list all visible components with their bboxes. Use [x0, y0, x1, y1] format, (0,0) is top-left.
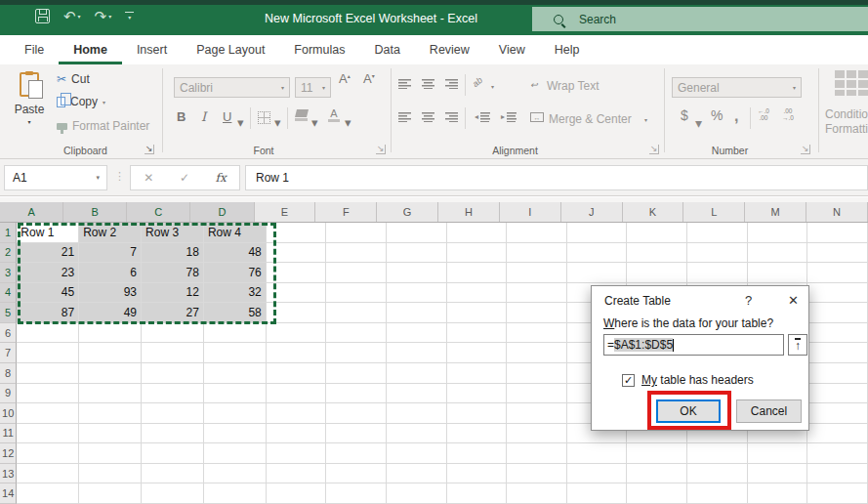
- cell-H1[interactable]: [447, 223, 508, 243]
- cell-M1[interactable]: [748, 223, 808, 243]
- cell-C4[interactable]: 12: [142, 283, 204, 304]
- cell-D4[interactable]: 32: [204, 283, 267, 304]
- cell-M2[interactable]: [748, 243, 808, 264]
- cell-G6[interactable]: [387, 323, 447, 344]
- cell-C10[interactable]: [142, 403, 204, 424]
- cell-H10[interactable]: [447, 403, 508, 424]
- undo-button[interactable]: ↶▾: [63, 9, 81, 23]
- cell-G12[interactable]: [387, 443, 447, 464]
- tab-formulas[interactable]: Formulas: [279, 35, 359, 64]
- cell-E8[interactable]: [267, 363, 327, 384]
- customize-toolbar-button[interactable]: ▾: [125, 12, 134, 21]
- cell-E4[interactable]: [267, 283, 327, 304]
- cell-C9[interactable]: [142, 384, 204, 404]
- font-color-dropdown-icon[interactable]: ▾: [345, 115, 351, 130]
- row-header-2[interactable]: 2: [0, 243, 17, 264]
- cell-E5[interactable]: [267, 303, 327, 323]
- font-name-combo[interactable]: Calibri ▾: [174, 77, 290, 98]
- cell-C8[interactable]: [142, 363, 204, 384]
- row-header-4[interactable]: 4: [0, 283, 17, 304]
- cell-E3[interactable]: [267, 263, 327, 283]
- cell-M12[interactable]: [748, 443, 808, 464]
- insert-function-icon[interactable]: fx: [215, 171, 226, 185]
- cell-I10[interactable]: [507, 403, 567, 424]
- cell-A6[interactable]: [17, 323, 79, 344]
- cell-I13[interactable]: [507, 464, 567, 484]
- cell-F8[interactable]: [326, 363, 387, 384]
- cell-B12[interactable]: [79, 443, 142, 464]
- cell-I11[interactable]: [507, 424, 567, 444]
- redo-button[interactable]: ↷▾: [95, 9, 112, 23]
- cell-B10[interactable]: [79, 403, 142, 424]
- cell-I5[interactable]: [507, 303, 567, 323]
- cell-M14[interactable]: [748, 483, 808, 504]
- cell-D14[interactable]: [204, 483, 267, 504]
- column-header-D[interactable]: D: [190, 202, 254, 222]
- decrease-indent-button[interactable]: ◂: [475, 112, 490, 122]
- cell-A9[interactable]: [17, 384, 79, 404]
- alignment-dialog-launcher-icon[interactable]: ↘: [649, 145, 659, 154]
- cell-B11[interactable]: [79, 424, 142, 444]
- cell-N9[interactable]: [807, 384, 868, 404]
- cell-L1[interactable]: [687, 223, 748, 243]
- font-dialog-launcher-icon[interactable]: ↘: [376, 145, 386, 154]
- cell-H12[interactable]: [447, 443, 508, 464]
- cell-D6[interactable]: [204, 323, 267, 344]
- formula-bar-input[interactable]: Row 1: [245, 165, 868, 190]
- cell-G5[interactable]: [387, 303, 447, 323]
- cell-E13[interactable]: [267, 464, 327, 484]
- row-header-5[interactable]: 5: [0, 303, 17, 323]
- formula-bar-grip-icon[interactable]: ⋮: [114, 170, 125, 183]
- cell-A14[interactable]: [17, 483, 79, 504]
- cell-N4[interactable]: [807, 283, 868, 304]
- cell-I12[interactable]: [507, 443, 567, 464]
- column-header-M[interactable]: M: [745, 202, 806, 222]
- cell-N10[interactable]: [807, 403, 868, 424]
- row-header-13[interactable]: 13: [0, 464, 17, 484]
- cell-N6[interactable]: [807, 323, 868, 344]
- column-header-E[interactable]: E: [255, 202, 316, 222]
- cell-H11[interactable]: [447, 424, 508, 444]
- copy-dropdown-icon[interactable]: ▾: [103, 99, 105, 105]
- cell-A10[interactable]: [17, 403, 79, 424]
- cancel-button[interactable]: Cancel: [736, 399, 802, 423]
- cell-G13[interactable]: [387, 464, 447, 484]
- number-dialog-launcher-icon[interactable]: ↘: [801, 145, 810, 154]
- cell-A5[interactable]: 87: [17, 303, 79, 323]
- cell-F2[interactable]: [326, 243, 387, 264]
- cell-B14[interactable]: [79, 483, 142, 504]
- italic-button[interactable]: I: [201, 109, 206, 124]
- cell-L12[interactable]: [687, 443, 748, 464]
- fill-color-dropdown-icon[interactable]: ▾: [311, 115, 318, 130]
- cell-B3[interactable]: 6: [79, 263, 142, 283]
- tab-data[interactable]: Data: [359, 35, 414, 64]
- cell-N8[interactable]: [807, 363, 868, 384]
- paste-dropdown-icon[interactable]: ▾: [27, 118, 30, 125]
- cell-M3[interactable]: [748, 263, 808, 283]
- cell-N13[interactable]: [807, 464, 868, 484]
- conditional-formatting-button[interactable]: ConditionalFormatting: [825, 107, 868, 137]
- row-header-14[interactable]: 14: [0, 483, 17, 504]
- tab-home[interactable]: Home: [59, 35, 122, 64]
- cell-L3[interactable]: [687, 263, 748, 283]
- cell-C6[interactable]: [142, 323, 204, 344]
- cell-A12[interactable]: [17, 443, 79, 464]
- decrease-decimal-button[interactable]: .00→.0: [782, 107, 794, 121]
- cell-I8[interactable]: [507, 363, 567, 384]
- ok-button[interactable]: OK: [656, 399, 721, 423]
- cell-F9[interactable]: [326, 384, 387, 404]
- cell-E14[interactable]: [267, 483, 327, 504]
- cell-F5[interactable]: [326, 303, 387, 323]
- tab-help[interactable]: Help: [540, 35, 595, 64]
- cell-K2[interactable]: [627, 243, 687, 264]
- cell-N1[interactable]: [807, 223, 868, 243]
- cell-G2[interactable]: [387, 243, 447, 264]
- row-header-1[interactable]: 1: [0, 223, 17, 243]
- orientation-icon[interactable]: ab: [471, 75, 484, 89]
- cell-D8[interactable]: [204, 363, 267, 384]
- column-header-H[interactable]: H: [438, 202, 500, 222]
- cell-B2[interactable]: 7: [79, 243, 142, 264]
- cell-D2[interactable]: 48: [204, 243, 267, 264]
- cell-L13[interactable]: [687, 464, 748, 484]
- cell-E7[interactable]: [267, 343, 327, 363]
